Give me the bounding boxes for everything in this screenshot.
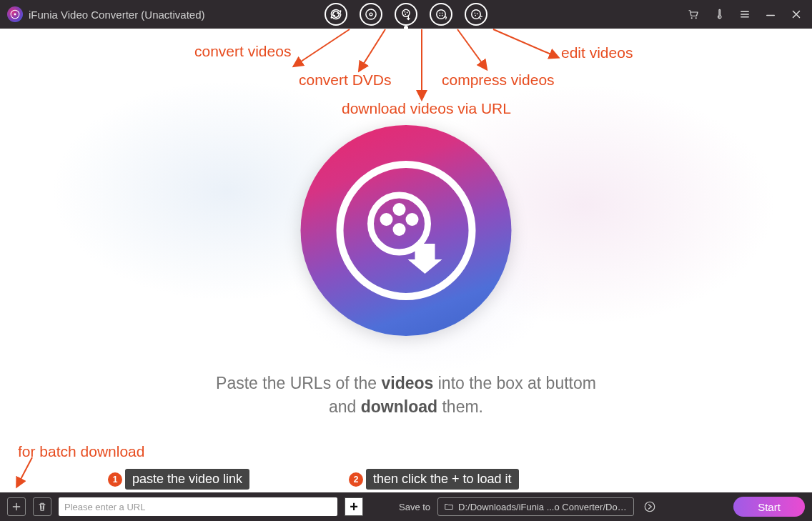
svg-point-21 <box>392 203 405 216</box>
folder-icon <box>444 502 454 512</box>
annotation-convert-dvds: convert DVDs <box>299 71 392 89</box>
step-badge-2: 2 <box>349 472 363 487</box>
mode-edit[interactable] <box>465 3 487 26</box>
load-url-button[interactable]: + <box>345 497 363 516</box>
bottombar: + Save to D:/Downloads/iFunia ...o Conve… <box>0 492 812 521</box>
menu-icon[interactable] <box>736 6 753 23</box>
instr-bold2: download <box>361 397 437 416</box>
svg-point-11 <box>440 15 441 16</box>
annotation-convert-videos: convert videos <box>194 43 291 60</box>
svg-point-15 <box>477 13 478 14</box>
mode-download[interactable] <box>395 3 417 26</box>
svg-point-14 <box>475 13 476 14</box>
mode-switcher <box>325 3 487 26</box>
instruction-text: Paste the URLs of the videos into the bo… <box>120 372 692 420</box>
cart-icon[interactable] <box>685 6 702 23</box>
svg-point-18 <box>695 17 697 19</box>
titlebar: iFunia Video Converter (Unactivated) <box>0 0 812 29</box>
svg-point-25 <box>645 502 655 512</box>
svg-point-19 <box>718 16 720 18</box>
svg-point-7 <box>405 14 406 15</box>
svg-point-9 <box>440 13 441 14</box>
svg-point-22 <box>380 213 392 226</box>
main-area: convert videos convert DVDs download vid… <box>0 29 812 492</box>
step-badge-1: 1 <box>108 472 122 487</box>
hero-illustration <box>301 125 512 336</box>
svg-point-8 <box>437 10 446 19</box>
url-input[interactable] <box>59 497 337 516</box>
close-button[interactable] <box>788 6 805 23</box>
step-tip-1: paste the video link <box>125 469 249 490</box>
hero-ring <box>337 161 476 300</box>
delete-button[interactable] <box>33 497 51 516</box>
save-to-label: Save to <box>399 502 430 512</box>
annotation-download-url: download videos via URL <box>342 100 511 117</box>
svg-point-17 <box>691 17 693 19</box>
instr-line2-post: them. <box>437 397 483 416</box>
start-button[interactable]: Start <box>733 497 805 517</box>
instr-pre1: Paste the URLs of the <box>216 374 381 392</box>
add-file-button[interactable] <box>7 497 26 516</box>
instr-mid1: into the box at buttom <box>433 374 596 392</box>
svg-point-24 <box>405 213 418 226</box>
svg-point-1 <box>14 14 16 16</box>
svg-point-5 <box>404 11 405 13</box>
svg-point-12 <box>442 15 443 16</box>
mode-convert-dvd[interactable] <box>360 3 382 26</box>
svg-point-4 <box>402 9 410 16</box>
mode-compress[interactable] <box>430 3 452 26</box>
svg-point-3 <box>370 13 372 16</box>
svg-point-10 <box>442 13 443 14</box>
svg-point-16 <box>475 15 476 16</box>
minimize-button[interactable] <box>762 6 779 23</box>
step-tip-2: then click the + to load it <box>366 469 519 490</box>
window-controls <box>685 6 805 23</box>
svg-point-23 <box>392 223 405 236</box>
open-folder-button[interactable] <box>641 498 658 515</box>
window-title: iFunia Video Converter (Unactivated) <box>29 9 205 21</box>
mode-convert-video[interactable] <box>325 3 347 26</box>
app-icon <box>7 6 23 22</box>
save-path-box[interactable]: D:/Downloads/iFunia ...o Converter/Downl… <box>437 497 634 516</box>
thermometer-icon[interactable] <box>710 6 728 23</box>
instr-line2-pre: and <box>329 397 361 416</box>
instr-bold1: videos <box>381 374 433 392</box>
film-reel-download-icon <box>363 188 449 274</box>
save-path-text: D:/Downloads/iFunia ...o Converter/Downl… <box>458 502 628 512</box>
annotation-compress: compress videos <box>442 71 555 89</box>
annotation-batch-download: for batch download <box>18 443 144 460</box>
annotation-edit: edit videos <box>561 44 633 61</box>
svg-point-6 <box>407 12 408 14</box>
